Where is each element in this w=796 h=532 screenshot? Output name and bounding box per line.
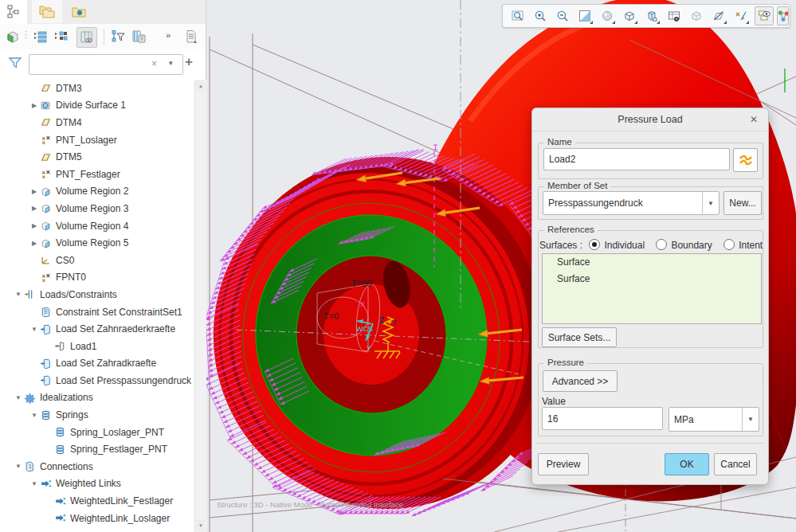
tree-copy-settings-button[interactable] <box>129 27 148 46</box>
expand-arrow-icon[interactable]: ▶ <box>29 205 40 212</box>
tree-item[interactable]: Load Set Zahradkraefte <box>0 355 194 373</box>
tree-item[interactable]: ▶Volume Region 5 <box>0 234 194 252</box>
expand-list-button[interactable] <box>30 27 49 46</box>
list-item[interactable]: Surface <box>543 271 761 288</box>
tree-settings-document-button[interactable] <box>182 27 201 46</box>
volume-icon <box>40 220 52 232</box>
annotation-display-button[interactable] <box>755 6 774 25</box>
toolbar-overflow-button[interactable]: » <box>166 30 170 40</box>
expand-arrow-icon[interactable]: ▼ <box>29 412 40 419</box>
surface-sets-button[interactable]: Surface Sets... <box>542 327 617 347</box>
section-button[interactable] <box>688 7 705 25</box>
tree-item-label: WeightedLink_Festlager <box>70 495 173 507</box>
pressure-value-input[interactable] <box>542 407 663 430</box>
load-set-icon <box>40 323 52 335</box>
zoom-in-button[interactable] <box>531 7 549 25</box>
tab-settings-folder[interactable] <box>64 0 94 23</box>
tree-item[interactable]: FPNT0 <box>0 269 194 287</box>
model-display-cube-icon[interactable] <box>3 27 22 46</box>
tree-item[interactable]: CS0 <box>0 252 194 269</box>
surface-reference-list[interactable]: Surface Surface <box>542 253 762 324</box>
zoom-out-button[interactable] <box>554 7 571 25</box>
weighted-link-icon <box>54 495 66 507</box>
member-of-set-group: Member of Set Presspassungendruck ▼ New.… <box>538 186 763 220</box>
advanced-button[interactable]: Advanced >> <box>543 370 618 392</box>
model-tree-icon[interactable] <box>6 4 22 23</box>
dialog-title[interactable]: Pressure Load <box>532 108 768 131</box>
tree-item[interactable]: ▶Volume Region 2 <box>0 183 194 201</box>
expand-arrow-icon[interactable]: ▼ <box>13 394 24 401</box>
collapse-list-button[interactable] <box>51 27 70 46</box>
tree-search-input[interactable] <box>29 54 183 75</box>
search-dropdown-icon[interactable]: ▾ <box>169 59 173 67</box>
new-set-button[interactable]: New... <box>723 191 762 215</box>
close-icon[interactable]: ✕ <box>747 113 760 126</box>
volume-icon <box>40 186 52 198</box>
tree-item[interactable]: PNT_Festlager <box>0 166 194 183</box>
ok-button[interactable]: OK <box>665 453 709 475</box>
tree-item[interactable]: ▼Springs <box>0 406 194 424</box>
tab-model-tree-folders[interactable] <box>32 0 62 23</box>
tree-item[interactable]: WeightedLink_Festlager <box>0 492 194 510</box>
funnel-icon[interactable] <box>8 56 22 73</box>
expand-arrow-icon[interactable]: ▼ <box>29 480 40 487</box>
scroll-down-button[interactable]: ▼ <box>196 520 206 531</box>
unit-combobox[interactable]: MPa ▼ <box>669 407 759 432</box>
expand-arrow-icon[interactable]: ▶ <box>29 188 40 195</box>
tree-scrollbar[interactable]: ▲ ▼ <box>194 80 206 532</box>
load-name-input[interactable] <box>543 148 730 170</box>
preview-button[interactable]: Preview <box>538 453 589 475</box>
tree-item[interactable]: ▶Volume Region 3 <box>0 200 194 217</box>
tree-item[interactable]: Spring_Festlager_PNT <box>0 440 194 458</box>
list-item[interactable]: Surface <box>543 254 761 271</box>
expand-arrow-icon[interactable]: ▶ <box>29 240 40 247</box>
tree-item[interactable]: Constraint Set ConstraintSet1 <box>0 303 194 321</box>
expand-arrow-icon[interactable]: ▼ <box>13 291 24 298</box>
distribution-icon-button[interactable] <box>733 148 758 172</box>
radio-individual[interactable] <box>589 239 600 250</box>
datum-plane-icon <box>40 116 52 128</box>
display-style-button[interactable] <box>621 7 638 25</box>
tree-item[interactable]: Load1 <box>0 338 194 355</box>
datum-display-button[interactable] <box>732 7 750 25</box>
tree-item[interactable]: PNT_Loslager <box>0 131 194 149</box>
tree-filter-button[interactable] <box>108 27 127 46</box>
clear-search-icon[interactable]: × <box>151 58 157 69</box>
view-manager-button[interactable] <box>665 7 683 25</box>
tree-item[interactable]: Load Set Presspassungendruck <box>0 372 194 389</box>
tree-item[interactable]: ▼Loads/Constraints <box>0 286 194 303</box>
tree-item[interactable]: WeightedLink_Loslager <box>0 510 194 527</box>
tree-item[interactable]: ▶Volume Region 4 <box>0 217 194 235</box>
scroll-up-button[interactable]: ▲ <box>196 80 206 92</box>
tree-item[interactable]: ▶Divide Surface 1 <box>0 97 194 115</box>
expand-arrow-icon[interactable]: ▼ <box>13 463 24 470</box>
saved-orientations-button[interactable] <box>643 7 661 25</box>
radio-boundary[interactable] <box>656 239 667 250</box>
tree-item[interactable]: Spring_Loslager_PNT <box>0 424 194 441</box>
refit-button[interactable] <box>576 7 594 25</box>
tree-columns-button[interactable] <box>76 27 97 48</box>
tree-item[interactable]: ▼Weighted Links <box>0 475 194 493</box>
radio-intent[interactable] <box>723 239 735 250</box>
expand-arrow-icon[interactable]: ▼ <box>29 326 40 333</box>
tree-item-label: Constraint Set ConstraintSet1 <box>56 307 182 318</box>
simulation-display-button[interactable] <box>777 6 789 25</box>
svg-text:Z: Z <box>379 316 384 325</box>
chevron-down-icon[interactable]: ▼ <box>742 408 759 431</box>
plane-display-button[interactable] <box>710 7 727 25</box>
tree-item[interactable]: DTM5 <box>0 148 194 166</box>
tree-item-label: Volume Region 3 <box>56 203 128 214</box>
expand-arrow-icon[interactable]: ▶ <box>29 222 40 229</box>
appearances-button[interactable] <box>598 7 616 25</box>
member-set-combobox[interactable]: Presspassungendruck ▼ <box>543 191 720 215</box>
tree-item[interactable]: DTM3 <box>0 80 194 97</box>
add-filter-button[interactable]: + <box>185 54 193 70</box>
expand-arrow-icon[interactable]: ▶ <box>29 102 40 109</box>
chevron-down-icon[interactable]: ▼ <box>702 192 719 214</box>
tree-item[interactable]: ▼Idealizations <box>0 389 194 407</box>
tree-item[interactable]: DTM4 <box>0 114 194 131</box>
tree-item[interactable]: ▼Connections <box>0 458 194 475</box>
tree-item[interactable]: ▼Load Set Zahnraederkraefte <box>0 320 194 338</box>
cancel-button[interactable]: Cancel <box>714 453 757 475</box>
zoom-window-button[interactable] <box>509 7 527 25</box>
